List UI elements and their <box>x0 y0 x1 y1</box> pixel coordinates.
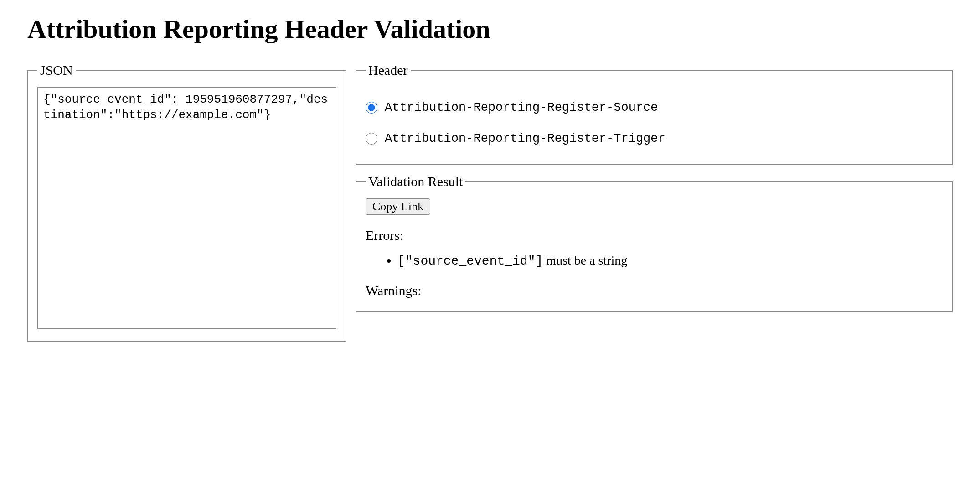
copy-link-button[interactable]: Copy Link <box>366 198 430 215</box>
radio-register-trigger[interactable] <box>366 133 377 145</box>
json-input[interactable] <box>37 87 336 329</box>
header-fieldset: Header Attribution-Reporting-Register-So… <box>356 62 953 165</box>
error-message: must be a string <box>543 253 627 267</box>
radio-register-source-label[interactable]: Attribution-Reporting-Register-Source <box>385 101 658 114</box>
validation-result-fieldset: Validation Result Copy Link Errors: ["so… <box>356 174 953 312</box>
json-legend: JSON <box>37 62 76 78</box>
page-title: Attribution Reporting Header Validation <box>27 14 953 44</box>
json-fieldset: JSON <box>27 62 346 342</box>
header-legend: Header <box>366 62 411 78</box>
errors-list: ["source_event_id"] must be a string <box>366 251 943 270</box>
radio-register-trigger-label[interactable]: Attribution-Reporting-Register-Trigger <box>385 132 665 146</box>
radio-register-source[interactable] <box>366 102 377 114</box>
validation-result-legend: Validation Result <box>366 174 465 189</box>
warnings-heading: Warnings: <box>366 283 943 298</box>
error-path: ["source_event_id"] <box>397 254 543 268</box>
errors-heading: Errors: <box>366 228 943 243</box>
error-item: ["source_event_id"] must be a string <box>397 251 943 270</box>
